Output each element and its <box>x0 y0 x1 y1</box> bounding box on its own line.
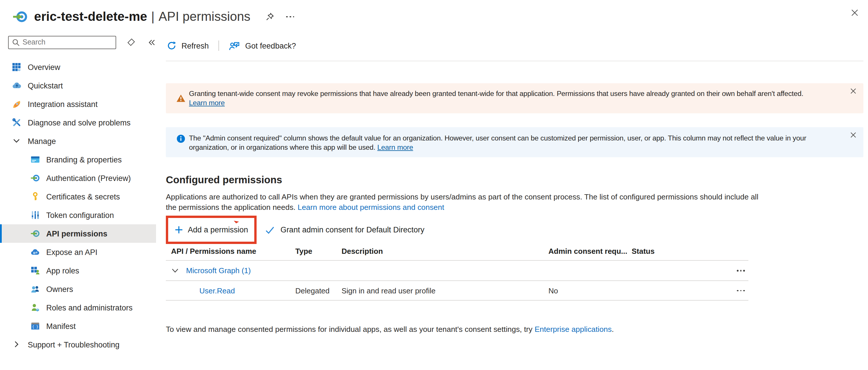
command-bar: Refresh Got feedback? <box>156 34 868 58</box>
reorder-diamond-icon[interactable] <box>127 38 135 46</box>
search-icon <box>11 38 20 47</box>
info-banner-text: The "Admin consent required" column show… <box>189 133 836 152</box>
enterprise-applications-link[interactable]: Enterprise applications <box>534 325 612 334</box>
refresh-icon <box>167 41 176 50</box>
token-config-sliders-icon <box>31 210 40 220</box>
sidebar-search-row <box>0 34 156 51</box>
main-content: Refresh Got feedback? Granting tenant-wi… <box>156 34 868 370</box>
col-status: Status <box>632 247 654 255</box>
info-learn-more-link[interactable]: Learn more <box>377 143 413 151</box>
configured-permissions-title: Configured permissions <box>166 174 868 186</box>
plus-icon <box>175 225 183 234</box>
permission-type-cell: Delegated <box>295 286 330 295</box>
sidebar-item-manifest[interactable]: { } Manifest <box>0 317 156 335</box>
sidebar-item-label: Branding & properties <box>46 155 122 164</box>
app-registration-icon <box>13 9 28 24</box>
sidebar-item-branding[interactable]: Branding & properties <box>0 150 156 169</box>
sidebar-item-label: Certificates & secrets <box>46 192 120 201</box>
sidebar-item-expose-api[interactable]: Expose an API <box>0 243 156 261</box>
table-row: User.Read Delegated Sign in and read use… <box>166 280 748 301</box>
command-divider <box>219 40 219 51</box>
permissions-consent-link[interactable]: Learn more about permissions and consent <box>298 203 444 211</box>
manage-chevron-down-icon <box>12 136 21 146</box>
feedback-button[interactable]: Got feedback? <box>229 41 296 51</box>
sidebar-item-label: Manifest <box>46 322 76 330</box>
branding-browser-icon <box>31 155 40 164</box>
sidebar-nav: Overview Quickstart Integration assistan… <box>0 58 156 354</box>
sidebar-item-label: Integration assistant <box>28 100 98 109</box>
sidebar-item-label: App roles <box>46 266 79 275</box>
col-admin-consent: Admin consent requ... <box>549 247 627 255</box>
grant-admin-consent-label: Grant admin consent for Default Director… <box>281 225 425 234</box>
sidebar-item-diagnose[interactable]: Diagnose and solve problems <box>0 113 156 132</box>
app-roles-icon <box>31 266 40 275</box>
sidebar-item-label: Authentication (Preview) <box>46 174 131 182</box>
sidebar-item-token-configuration[interactable]: Token configuration <box>0 206 156 224</box>
sidebar-item-app-roles[interactable]: App roles <box>0 261 156 280</box>
sidebar-item-label: Support + Troubleshooting <box>28 340 120 349</box>
sidebar-item-quickstart[interactable]: Quickstart <box>0 76 156 95</box>
page-title-app-name: eric-test-delete-me <box>34 9 147 24</box>
sidebar-item-label: Token configuration <box>46 211 114 219</box>
annotation-cursor-mark <box>234 220 240 224</box>
sidebar-item-api-permissions[interactable]: API permissions <box>0 224 156 243</box>
grant-admin-consent-button[interactable]: Grant admin consent for Default Director… <box>266 225 425 235</box>
sidebar-item-roles-admins[interactable]: Roles and administrators <box>0 298 156 317</box>
refresh-button[interactable]: Refresh <box>167 41 209 50</box>
permission-admin-consent-cell: No <box>549 286 558 295</box>
info-banner: The "Admin consent required" column show… <box>166 127 863 157</box>
header-more-icon[interactable] <box>286 16 294 17</box>
sidebar-item-label: Diagnose and solve problems <box>28 118 131 127</box>
configured-permissions-description: Applications are authorized to call APIs… <box>166 192 770 212</box>
svg-text:{ }: { } <box>32 325 38 329</box>
add-permission-button[interactable]: Add a permission <box>175 225 248 234</box>
row-menu-icon[interactable] <box>737 290 745 291</box>
search-input[interactable] <box>8 36 116 49</box>
api-permissions-blade: eric-test-delete-me | API permissions Ov… <box>0 0 868 370</box>
pin-icon[interactable] <box>266 12 275 21</box>
sidebar-item-label: Roles and administrators <box>46 303 133 312</box>
warning-learn-more-link[interactable]: Learn more <box>189 99 225 107</box>
warning-triangle-icon <box>176 94 186 103</box>
info-circle-icon <box>176 134 186 143</box>
sidebar-item-label: Owners <box>46 285 73 294</box>
permissions-table: API / Permissions name Type Description … <box>166 245 748 301</box>
page-title-separator: | <box>151 9 154 24</box>
warning-banner-text: Granting tenant-wide consent may revoke … <box>189 89 836 107</box>
collapse-sidebar-icon[interactable] <box>147 38 156 47</box>
feedback-icon <box>229 41 240 51</box>
sidebar-item-integration-assistant[interactable]: Integration assistant <box>0 95 156 113</box>
group-name-link[interactable]: Microsoft Graph (1) <box>186 266 251 275</box>
col-api-permissions-name: API / Permissions name <box>171 247 256 255</box>
annotation-highlight-box: Add a permission <box>166 216 257 244</box>
permission-actions-row: Add a permission Grant admin consent for… <box>166 216 868 244</box>
refresh-label: Refresh <box>182 41 209 50</box>
page-title: API permissions <box>159 9 250 24</box>
group-chevron-down-icon[interactable] <box>171 267 179 275</box>
row-menu-icon[interactable] <box>737 270 745 271</box>
sidebar-item-support[interactable]: Support + Troubleshooting <box>0 335 156 354</box>
warning-close-icon[interactable] <box>850 88 857 94</box>
sidebar-item-label: Quickstart <box>28 81 63 90</box>
sidebar-item-owners[interactable]: Owners <box>0 280 156 298</box>
blade-close-icon[interactable] <box>851 9 859 17</box>
quickstart-cloud-icon <box>12 81 21 90</box>
blade-header: eric-test-delete-me | API permissions <box>0 0 868 34</box>
table-header-row: API / Permissions name Type Description … <box>166 245 748 260</box>
col-type: Type <box>295 247 312 255</box>
sidebar-item-manage[interactable]: Manage <box>0 132 156 150</box>
sidebar: Overview Quickstart Integration assistan… <box>0 34 156 370</box>
info-close-icon[interactable] <box>850 132 857 138</box>
feedback-label: Got feedback? <box>245 41 296 50</box>
sidebar-item-authentication[interactable]: Authentication (Preview) <box>0 169 156 187</box>
api-permissions-icon <box>31 229 40 238</box>
permission-description-cell: Sign in and read user profile <box>342 286 435 295</box>
overview-grid-icon <box>12 62 21 72</box>
sidebar-item-certificates[interactable]: Certificates & secrets <box>0 187 156 206</box>
integration-rocket-icon <box>12 99 21 109</box>
support-chevron-right-icon <box>12 340 21 349</box>
permission-name-link[interactable]: User.Read <box>199 286 235 295</box>
certificates-key-icon <box>31 192 40 201</box>
sidebar-item-overview[interactable]: Overview <box>0 58 156 76</box>
sidebar-item-label: Expose an API <box>46 248 97 256</box>
